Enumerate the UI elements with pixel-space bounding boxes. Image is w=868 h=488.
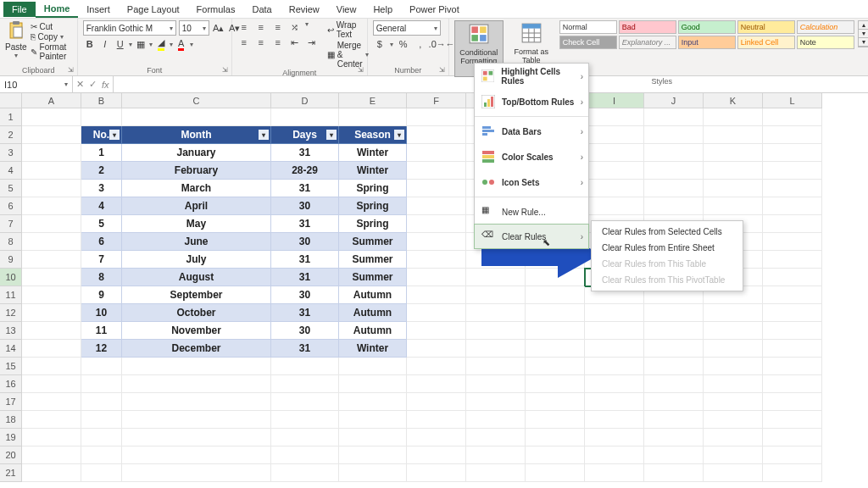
row-header-21[interactable]: 21 bbox=[0, 464, 22, 482]
style-calculation[interactable]: Calculation bbox=[797, 20, 854, 34]
cell[interactable] bbox=[466, 429, 526, 446]
cell[interactable] bbox=[22, 393, 81, 411]
menu-new-rule[interactable]: ▦ New Rule... bbox=[475, 199, 588, 225]
font-name-select[interactable]: Franklin Gothic M▾ bbox=[83, 20, 176, 36]
filter-dropdown-icon[interactable]: ▾ bbox=[394, 130, 404, 140]
cell[interactable] bbox=[466, 446, 526, 464]
cell[interactable]: Winter bbox=[339, 340, 407, 358]
row-header-16[interactable]: 16 bbox=[0, 375, 22, 393]
cell[interactable] bbox=[407, 429, 466, 446]
cell[interactable]: 31 bbox=[271, 340, 339, 358]
cell[interactable] bbox=[763, 411, 822, 429]
cell[interactable] bbox=[81, 108, 122, 126]
cell[interactable] bbox=[585, 464, 644, 482]
row-header-4[interactable]: 4 bbox=[0, 162, 22, 180]
cell[interactable] bbox=[704, 446, 763, 464]
cell[interactable] bbox=[407, 464, 466, 482]
tab-insert[interactable]: Insert bbox=[78, 2, 119, 17]
orientation-button[interactable]: ⤮ bbox=[288, 20, 302, 34]
style-linked-cell[interactable]: Linked Cell bbox=[737, 36, 795, 49]
cell[interactable] bbox=[644, 446, 704, 464]
cell[interactable] bbox=[22, 108, 81, 126]
cell[interactable] bbox=[22, 464, 81, 482]
filter-dropdown-icon[interactable]: ▾ bbox=[259, 130, 269, 140]
cell[interactable] bbox=[526, 464, 585, 482]
enter-icon[interactable]: ✓ bbox=[89, 79, 97, 90]
cell[interactable] bbox=[526, 411, 585, 429]
cell[interactable]: Summer bbox=[339, 233, 407, 251]
cell[interactable] bbox=[339, 108, 407, 126]
cell[interactable] bbox=[339, 411, 407, 429]
cell[interactable] bbox=[22, 233, 81, 251]
cell[interactable] bbox=[644, 108, 704, 126]
cell[interactable]: Winter bbox=[339, 144, 407, 162]
cell[interactable]: Summer bbox=[339, 269, 407, 286]
cell[interactable] bbox=[407, 215, 466, 233]
cell[interactable]: 31 bbox=[271, 251, 339, 269]
cell[interactable] bbox=[81, 393, 122, 411]
cell[interactable]: Month▾ bbox=[122, 126, 271, 144]
cell[interactable] bbox=[526, 375, 585, 393]
alignment-launcher[interactable]: ⇲ bbox=[357, 65, 365, 74]
cell[interactable] bbox=[81, 464, 122, 482]
cell[interactable] bbox=[585, 304, 644, 322]
cell[interactable] bbox=[763, 233, 822, 251]
style-input[interactable]: Input bbox=[678, 36, 736, 49]
cell[interactable] bbox=[585, 108, 644, 126]
cell[interactable]: 31 bbox=[271, 180, 339, 197]
increase-indent-button[interactable]: ⇥ bbox=[305, 36, 319, 49]
cell[interactable]: 4 bbox=[81, 197, 122, 215]
row-header-12[interactable]: 12 bbox=[0, 304, 22, 322]
percent-button[interactable]: % bbox=[397, 37, 410, 51]
tab-help[interactable]: Help bbox=[364, 2, 401, 17]
cell[interactable] bbox=[339, 464, 407, 482]
cell[interactable] bbox=[763, 304, 822, 322]
cell[interactable] bbox=[22, 269, 81, 286]
cell[interactable]: 28-29 bbox=[271, 162, 339, 180]
cell[interactable] bbox=[22, 180, 81, 197]
cell[interactable] bbox=[407, 162, 466, 180]
cell[interactable] bbox=[407, 446, 466, 464]
cell[interactable]: Days▾ bbox=[271, 126, 339, 144]
cell[interactable] bbox=[407, 108, 466, 126]
cell[interactable]: 7 bbox=[81, 251, 122, 269]
font-size-select[interactable]: 10▾ bbox=[179, 20, 209, 36]
gallery-scroll[interactable]: ▴▾▾ bbox=[858, 20, 868, 47]
tab-page-layout[interactable]: Page Layout bbox=[119, 2, 188, 17]
cell[interactable] bbox=[407, 251, 466, 269]
cell[interactable]: Autumn bbox=[339, 286, 407, 304]
cell[interactable] bbox=[22, 340, 81, 358]
cell[interactable] bbox=[763, 197, 822, 215]
col-header-C[interactable]: C bbox=[122, 93, 271, 108]
menu-color-scales[interactable]: Color Scales bbox=[475, 144, 588, 169]
name-box[interactable]: I10▾ bbox=[0, 76, 73, 92]
cell[interactable] bbox=[466, 340, 526, 358]
fx-icon[interactable]: fx bbox=[102, 80, 109, 90]
cell[interactable] bbox=[526, 429, 585, 446]
row-header-13[interactable]: 13 bbox=[0, 322, 22, 340]
cell[interactable] bbox=[763, 180, 822, 197]
cell[interactable] bbox=[526, 446, 585, 464]
cell[interactable]: Winter bbox=[339, 162, 407, 180]
cell[interactable] bbox=[81, 411, 122, 429]
borders-button[interactable]: ▦ bbox=[134, 37, 147, 51]
cell[interactable] bbox=[466, 375, 526, 393]
style-neutral[interactable]: Neutral bbox=[737, 20, 795, 34]
cell[interactable] bbox=[22, 144, 81, 162]
cell[interactable] bbox=[407, 358, 466, 375]
cell[interactable]: Spring bbox=[339, 197, 407, 215]
tab-review[interactable]: Review bbox=[281, 2, 328, 17]
cell[interactable] bbox=[763, 215, 822, 233]
cell[interactable]: 12 bbox=[81, 340, 122, 358]
cell[interactable]: 30 bbox=[271, 286, 339, 304]
col-header-A[interactable]: A bbox=[22, 93, 81, 108]
cell[interactable] bbox=[585, 340, 644, 358]
cell[interactable]: 31 bbox=[271, 269, 339, 286]
cell[interactable] bbox=[81, 358, 122, 375]
align-top-button[interactable]: ≡ bbox=[237, 20, 251, 34]
cell[interactable] bbox=[704, 180, 763, 197]
tab-data[interactable]: Data bbox=[243, 2, 280, 17]
cell[interactable]: 31 bbox=[271, 215, 339, 233]
cell[interactable]: April bbox=[122, 197, 271, 215]
cell[interactable] bbox=[585, 429, 644, 446]
